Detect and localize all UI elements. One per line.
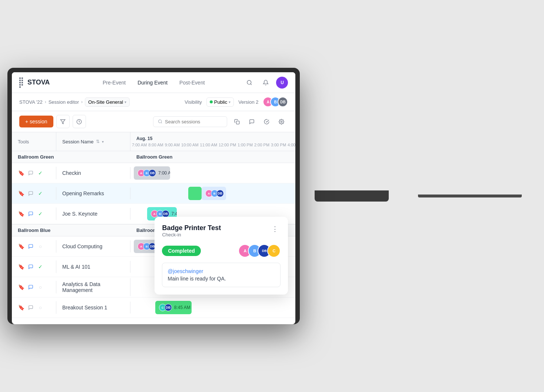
completed-badge[interactable]: Completed bbox=[162, 246, 200, 256]
message-icon[interactable] bbox=[245, 115, 258, 128]
breadcrumb: STOVA '22 › Session editor › On-Site Gen… bbox=[12, 93, 295, 111]
analytics-check-icon[interactable]: ○ bbox=[37, 284, 44, 290]
keynote-bookmark-icon[interactable]: 🔖 bbox=[18, 210, 24, 217]
visibility-select[interactable]: Public ▾ bbox=[206, 97, 234, 107]
search-sessions-input[interactable] bbox=[153, 116, 227, 127]
svg-point-3 bbox=[159, 120, 162, 123]
monitor-base bbox=[418, 195, 522, 197]
add-session-button[interactable]: + session bbox=[19, 116, 53, 127]
svg-point-0 bbox=[247, 80, 251, 84]
session-row-checkin: 🔖 ✓ Checkin A B DB 7:00 AM - 10:00 AM bbox=[12, 163, 295, 183]
opening-remarks-bookmark-icon[interactable]: 🔖 bbox=[18, 190, 24, 197]
breadcrumb-sep2: › bbox=[81, 99, 83, 104]
filter-button[interactable] bbox=[56, 115, 70, 128]
hour-1000: 10:00 AM bbox=[180, 143, 198, 147]
keynote-name: Joe S. Keynote bbox=[56, 208, 130, 220]
breadcrumb-right: Visibility Public ▾ Version 2 A B DB bbox=[185, 97, 288, 107]
opening-remarks-block-green[interactable] bbox=[188, 187, 202, 200]
cloud-check-icon[interactable]: ○ bbox=[37, 243, 44, 250]
svg-rect-4 bbox=[236, 121, 239, 124]
timeline-hours: 7:00 AM 8:00 AM 9:00 AM 10:00 AM 11:00 A… bbox=[130, 143, 295, 147]
popup-message: Main line is ready for QA. bbox=[167, 276, 275, 282]
breakout-bookmark-icon[interactable]: 🔖 bbox=[18, 304, 24, 311]
settings-icon[interactable] bbox=[275, 115, 288, 128]
nav-pre-event[interactable]: Pre-Event bbox=[103, 78, 126, 87]
checkin-avatars: A B DB bbox=[137, 169, 156, 177]
chevron-down-icon: ▾ bbox=[125, 100, 126, 104]
group-label-ballroom-green: Ballroom Green bbox=[12, 151, 130, 163]
search-icon[interactable] bbox=[243, 77, 255, 89]
breakout-check-icon[interactable]: ○ bbox=[37, 304, 44, 311]
group-timeline-label-ballroom-green: Ballroom Green bbox=[130, 151, 295, 163]
checkin-check-icon[interactable]: ✓ bbox=[37, 170, 44, 176]
breadcrumb-stova22[interactable]: STOVA '22 bbox=[19, 99, 43, 105]
search-field[interactable] bbox=[165, 119, 222, 124]
nav-during-event[interactable]: During Event bbox=[137, 78, 167, 87]
cloud-bookmark-icon[interactable]: 🔖 bbox=[18, 243, 24, 250]
analytics-bookmark-icon[interactable]: 🔖 bbox=[18, 284, 24, 290]
breadcrumb-sep1: › bbox=[45, 99, 46, 104]
breakout-block[interactable]: C DB 8:45 AM - 11:45 AM bbox=[155, 301, 192, 314]
hour-900: 9:00 AM bbox=[163, 143, 180, 147]
toolbar-right-icons bbox=[230, 115, 288, 128]
popup-subtitle: Check-in bbox=[162, 232, 221, 237]
opening-remarks-check-icon[interactable]: ✓ bbox=[37, 190, 44, 197]
analytics-tools: 🔖 ○ bbox=[12, 281, 56, 293]
ml-chat-icon[interactable] bbox=[27, 263, 34, 270]
checkin-chat-icon[interactable] bbox=[27, 170, 34, 176]
copy-icon[interactable] bbox=[230, 115, 243, 128]
popup-status-row: Completed A B DB C bbox=[162, 244, 281, 258]
popup-mention[interactable]: @joeschwinger bbox=[167, 268, 275, 274]
ml-bookmark-icon[interactable]: 🔖 bbox=[18, 263, 24, 270]
nav-post-event[interactable]: Post-Event bbox=[179, 78, 205, 87]
checkin-timeline: A B DB 7:00 AM - 10:00 AM bbox=[130, 163, 295, 183]
bell-icon[interactable] bbox=[260, 77, 272, 89]
ml-tools: 🔖 ✓ bbox=[12, 260, 56, 273]
session-name-column-header[interactable]: Session Name ⇅ ▾ bbox=[56, 132, 130, 151]
checkin-bookmark-icon[interactable]: 🔖 bbox=[18, 170, 24, 176]
timeline-column-header: Aug. 15 7:00 AM 8:00 AM 9:00 AM 10:00 AM… bbox=[130, 132, 295, 151]
popup-avatars: A B DB C bbox=[238, 244, 281, 258]
table-header: Tools Session Name ⇅ ▾ Aug. 15 7:00 AM 8… bbox=[12, 132, 295, 151]
keynote-chat-icon[interactable] bbox=[27, 210, 34, 217]
check-circle-icon[interactable] bbox=[260, 115, 273, 128]
hour-800: 8:00 AM bbox=[147, 143, 163, 147]
timeline-date: Aug. 15 bbox=[130, 136, 295, 143]
popup-message-box: @joeschwinger Main line is ready for QA. bbox=[162, 263, 281, 287]
breadcrumb-session-editor[interactable]: Session editor bbox=[49, 99, 79, 105]
main-nav: Pre-Event During Event Post-Event bbox=[103, 78, 205, 87]
analytics-chat-icon[interactable] bbox=[27, 284, 34, 290]
cloud-name: Cloud Computing bbox=[56, 240, 130, 252]
hour-1400: 2:00 PM bbox=[253, 143, 269, 147]
hour-700: 7:00 AM bbox=[130, 143, 147, 147]
opening-remarks-block[interactable]: A B DB 10:00 AM - 11:00 AM bbox=[202, 187, 226, 200]
chevron-down-icon: ▾ bbox=[229, 100, 230, 104]
breakout-timeline: C DB 8:45 AM - 11:45 AM bbox=[130, 298, 295, 318]
breakout-chat-icon[interactable] bbox=[27, 304, 34, 311]
ml-name: ML & AI 101 bbox=[56, 261, 130, 273]
checkin-block[interactable]: A B DB 7:00 AM - 10:00 AM bbox=[134, 166, 170, 180]
cloud-chat-icon[interactable] bbox=[27, 243, 34, 250]
hour-1200: 12:00 PM bbox=[217, 143, 236, 147]
popup-title-wrap: Badge Printer Test Check-in bbox=[162, 224, 221, 243]
keynote-check-icon[interactable]: ✓ bbox=[37, 210, 44, 217]
sort-icon[interactable]: ⇅ bbox=[96, 139, 100, 144]
ml-check-icon[interactable]: ✓ bbox=[37, 263, 44, 270]
user-avatar[interactable]: U bbox=[276, 77, 288, 89]
opening-remarks-chat-icon[interactable] bbox=[27, 190, 34, 197]
grid-icon[interactable] bbox=[19, 77, 24, 88]
opening-remarks-tools: 🔖 ✓ bbox=[12, 187, 56, 200]
avatar-db: DB bbox=[162, 210, 169, 217]
top-nav: STOVA Pre-Event During Event Post-Event … bbox=[12, 72, 295, 93]
column-dropdown-icon[interactable]: ▾ bbox=[102, 140, 104, 144]
session-row-opening-remarks: 🔖 ✓ Opening Remarks A B DB bbox=[12, 183, 295, 204]
toolbar: + session bbox=[12, 111, 295, 132]
keynote-tools: 🔖 ✓ bbox=[12, 207, 56, 220]
history-button[interactable] bbox=[73, 115, 86, 128]
popup-menu-button[interactable]: ⋮ bbox=[269, 224, 281, 234]
breakout-name: Breakout Session 1 bbox=[56, 302, 130, 313]
opening-remarks-avatars: A B DB bbox=[205, 190, 224, 197]
breadcrumb-onsite-general[interactable]: On-Site General ▾ bbox=[85, 97, 130, 107]
checkin-tools: 🔖 ✓ bbox=[12, 167, 56, 179]
opening-remarks-name: Opening Remarks bbox=[56, 187, 130, 199]
